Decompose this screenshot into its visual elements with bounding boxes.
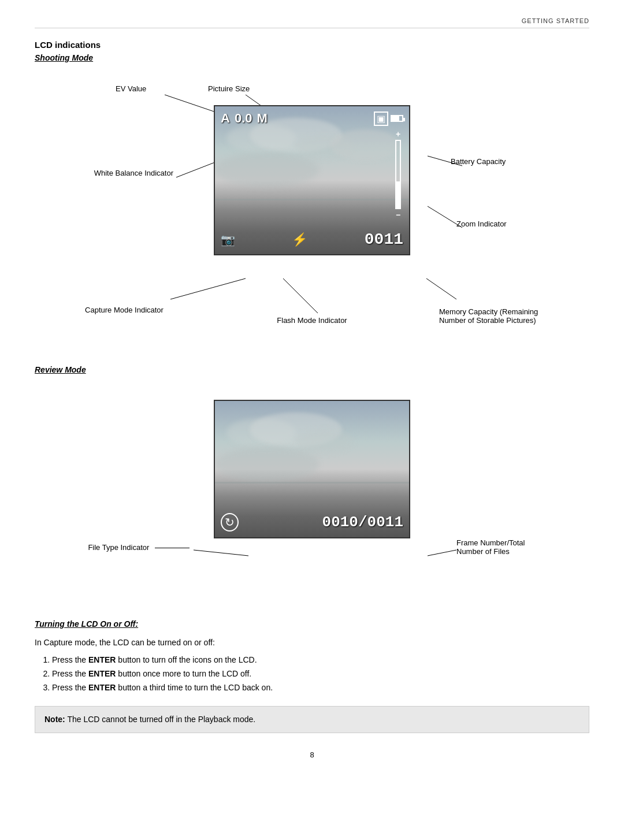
turning-lcd-intro: In Capture mode, the LCD can be turned o… <box>35 637 589 649</box>
note-bold: Note: <box>44 715 65 724</box>
picture-size-label: Pictuire Size <box>208 84 250 93</box>
shooting-lcd-screen: A 0.0 M ▣ + <box>214 105 410 255</box>
battery-fill <box>392 116 399 121</box>
file-type-line <box>155 548 190 548</box>
battery-label: Battery Capacity <box>451 157 589 166</box>
note-text: Note: The LCD cannot be turned off in th… <box>44 715 255 724</box>
lcd-overlay: A 0.0 M ▣ + <box>215 106 409 254</box>
zoom-bar <box>395 140 401 209</box>
frame-number-label: Frame Number/TotalNumber of Files <box>456 538 589 556</box>
review-lcd-screen: ↻ 0010/0011 <box>214 400 410 538</box>
page-number: 8 <box>35 750 589 759</box>
step-3: Press the ENTER button a third time to t… <box>52 681 589 695</box>
step-2-bold: ENTER <box>88 669 116 678</box>
section-gap-1 <box>35 348 589 365</box>
zoom-minus-symbol: − <box>396 210 400 220</box>
step-2-text: Press the <box>52 669 88 678</box>
shooting-diagram: EV Value Pictuire Size White Balance Ind… <box>35 70 589 348</box>
zoom-label: Zoom Indicator <box>456 220 589 228</box>
svg-line-8 <box>194 550 248 556</box>
capture-mode-icon: 📷 <box>221 233 235 247</box>
svg-line-9 <box>428 550 456 556</box>
svg-line-7 <box>426 278 456 299</box>
step-1-text: Press the <box>52 655 88 664</box>
zoom-plus-symbol: + <box>396 129 400 139</box>
zoom-fill <box>396 181 400 208</box>
page-header: GETTING STARTED <box>35 17 589 28</box>
frame-count-display: 0011 <box>365 231 403 248</box>
header-section: GETTING STARTED <box>522 17 589 24</box>
flash-mode-label: Flash Mode Indicator <box>266 316 358 325</box>
step-3-bold: ENTER <box>88 683 116 692</box>
step-3-text: Press the <box>52 683 88 692</box>
shooting-mode-title: Shooting Mode <box>35 53 589 62</box>
lcd-ev-value: 0.0 <box>235 111 252 126</box>
step-1-bold: ENTER <box>88 655 116 664</box>
page: GETTING STARTED LCD indications Shooting… <box>0 0 624 840</box>
step-1: Press the ENTER button to turn off the i… <box>52 653 589 667</box>
horizon-line-review <box>215 482 409 484</box>
cloud-r3 <box>296 430 354 453</box>
svg-line-6 <box>283 278 318 313</box>
step-3-rest: button a third time to turn the LCD back… <box>116 683 273 692</box>
file-type-label: File Type Indicator <box>35 543 190 552</box>
step-1-rest: button to turn off the icons on the LCD. <box>116 655 257 664</box>
turning-lcd-title: Turning the LCD On or Off: <box>35 619 589 629</box>
cloud-r4 <box>215 447 319 482</box>
memory-label: Memory Capacity (RemainingNumber of Stor… <box>439 307 578 325</box>
lcd-bottom-row: 📷 ⚡ 0011 <box>221 231 403 248</box>
review-mode-title: Review Mode <box>35 365 589 374</box>
turning-lcd-section: Turning the LCD On or Off: In Capture mo… <box>35 619 589 733</box>
review-lcd-bottom-row: ↻ 0010/0011 <box>221 513 403 531</box>
zoom-indicator: + − <box>395 129 401 220</box>
ev-value-label: EV Value <box>116 84 146 93</box>
step-2: Press the ENTER button once more to turn… <box>52 667 589 681</box>
file-type-icon: ↻ <box>221 513 239 531</box>
review-diagram: File Type Indicator Frame Number/TotalNu… <box>35 382 589 602</box>
section-title: LCD indications <box>35 40 589 50</box>
flash-mode-icon: ⚡ <box>292 232 307 247</box>
step-2-rest: button once more to turn the LCD off. <box>116 669 251 678</box>
lcd-a-indicator: A <box>221 111 230 126</box>
white-balance-label: White Balance Indicator <box>35 169 173 177</box>
svg-line-5 <box>170 278 246 299</box>
picture-size-icon: ▣ <box>374 111 388 126</box>
lcd-m-indicator: M <box>257 111 267 126</box>
note-box: Note: The LCD cannot be turned off in th… <box>35 706 589 733</box>
battery-icon <box>391 115 403 122</box>
lcd-top-row: A 0.0 M ▣ <box>221 111 403 126</box>
review-frame-count: 0010/0011 <box>322 514 403 531</box>
turning-lcd-steps: Press the ENTER button to turn off the i… <box>52 653 589 694</box>
capture-mode-label: Capture Mode Indicator <box>69 306 179 314</box>
